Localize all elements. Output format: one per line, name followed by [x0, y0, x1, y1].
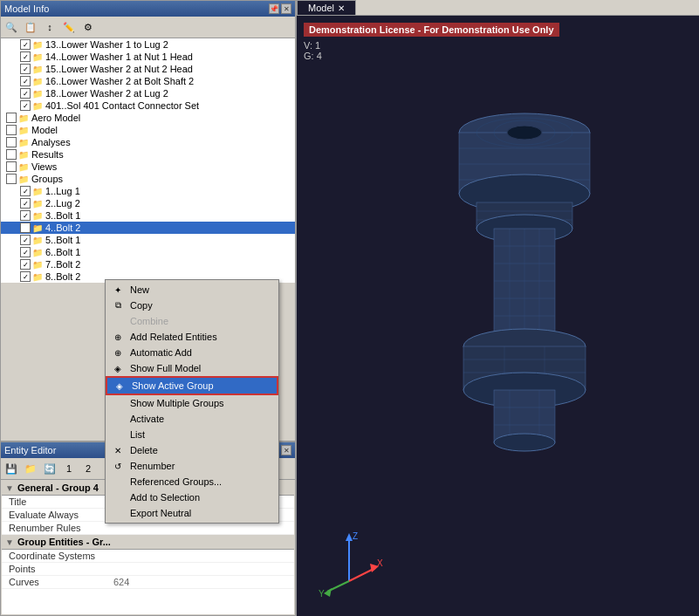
menu-item-activate[interactable]: Activate	[106, 411, 278, 427]
viewport-info: V: 1 G: 4	[304, 40, 322, 61]
entity-toolbar-btn-2[interactable]: 📁	[22, 460, 39, 477]
tree-item[interactable]: 📁Views	[1, 161, 295, 173]
tree-item[interactable]: 📁1..Lug 1	[1, 185, 295, 197]
tree-item-label: 401..Sol 401 Contact Connector Set	[45, 100, 199, 111]
menu-item-referencedGroups[interactable]: Referenced Groups...	[106, 474, 278, 489]
tree-item[interactable]: 📁Aero Model	[1, 112, 295, 124]
menu-item-label-showFull: Show Full Model	[130, 363, 201, 373]
entity-toolbar-btn-4[interactable]: 1	[60, 460, 78, 477]
tree-item[interactable]: 📁Groups	[1, 173, 295, 185]
tree-item-icon: 📁	[32, 248, 43, 257]
model-tree[interactable]: 📁13..Lower Washer 1 to Lug 2📁14..Lower W…	[1, 38, 295, 283]
tree-checkbox[interactable]	[20, 88, 31, 99]
tree-checkbox[interactable]	[20, 39, 31, 50]
tree-item[interactable]: 📁15..Lower Washer 2 at Nut 2 Head	[1, 63, 295, 75]
tree-checkbox[interactable]	[20, 210, 31, 221]
tree-item-icon: 📁	[32, 260, 43, 270]
tree-checkbox[interactable]	[6, 125, 17, 135]
toolbar-btn-5[interactable]: ⚙	[79, 18, 97, 36]
tree-checkbox[interactable]	[20, 259, 31, 270]
tree-checkbox[interactable]	[6, 174, 17, 184]
tree-checkbox[interactable]	[20, 100, 31, 111]
tree-item[interactable]: 📁3..Bolt 1	[1, 209, 295, 222]
entity-row-label: Coordinate Systems	[9, 551, 113, 561]
tree-item-label: Aero Model	[31, 113, 80, 123]
menu-item-list[interactable]: List	[106, 427, 278, 442]
close-button[interactable]: ✕	[281, 3, 291, 14]
entity-toolbar-btn-3[interactable]: 🔄	[41, 460, 58, 477]
tree-item[interactable]: 📁2..Lug 2	[1, 197, 295, 209]
svg-marker-44	[346, 533, 353, 541]
tree-item[interactable]: 📁4..Bolt 2	[1, 222, 295, 234]
tree-checkbox[interactable]	[6, 137, 17, 147]
toolbar-btn-1[interactable]: 🔍	[3, 18, 20, 36]
entity-editor-title: Entity Editor	[4, 445, 56, 455]
tree-item[interactable]: 📁18..Lower Washer 2 at Lug 2	[1, 87, 295, 99]
tree-item[interactable]: 📁7..Bolt 2	[1, 258, 295, 270]
toolbar-btn-4[interactable]: ✏️	[60, 18, 78, 36]
tree-item-icon: 📁	[32, 77, 43, 86]
menu-item-icon-new: ✦	[111, 283, 125, 297]
tree-item-label: 3..Bolt 1	[45, 210, 80, 221]
entity-toolbar-btn-1[interactable]: 💾	[3, 460, 20, 477]
menu-item-label-combine: Combine	[130, 316, 168, 326]
tree-checkbox[interactable]	[6, 161, 17, 172]
menu-item-automaticAdd[interactable]: ⊕Automatic Add	[106, 345, 278, 360]
tree-checkbox[interactable]	[20, 235, 31, 245]
menu-item-label-referencedGroups: Referenced Groups...	[130, 476, 222, 487]
menu-item-addToSelection[interactable]: Add to Selection	[106, 489, 278, 505]
menu-item-delete[interactable]: ✕Delete	[106, 442, 278, 458]
tree-item-icon: 📁	[32, 187, 43, 196]
tree-checkbox[interactable]	[20, 51, 31, 62]
svg-point-39	[494, 434, 555, 451]
menu-item-icon-addRelated: ⊕	[111, 330, 125, 344]
menu-item-exportNeutral[interactable]: Export Neutral	[106, 505, 278, 521]
tree-checkbox[interactable]	[20, 271, 31, 282]
menu-item-addRelated[interactable]: ⊕Add Related Entities	[106, 329, 278, 345]
tree-item[interactable]: 📁16..Lower Washer 2 at Bolt Shaft 2	[1, 75, 295, 87]
tree-item-label: 1..Lug 1	[45, 186, 80, 196]
entity-row: Curves624	[2, 576, 294, 589]
tree-checkbox[interactable]	[20, 247, 31, 257]
viewport-g: G: 4	[304, 51, 322, 61]
svg-point-40	[507, 126, 542, 140]
tree-item-label: 14..Lower Washer 1 at Nut 1 Head	[45, 51, 193, 62]
tree-item[interactable]: 📁6..Bolt 1	[1, 246, 295, 258]
tree-checkbox[interactable]	[6, 113, 17, 123]
model-tab-close[interactable]: ✕	[338, 3, 345, 13]
tree-item-label: 4..Bolt 2	[45, 222, 80, 233]
entity-toolbar-btn-5[interactable]: 2	[79, 460, 97, 477]
menu-item-showActive[interactable]: ◈Show Active Group	[106, 376, 278, 395]
tree-item[interactable]: 📁5..Bolt 1	[1, 234, 295, 246]
tree-item-icon: 📁	[32, 40, 43, 50]
menu-item-new[interactable]: ✦New	[106, 282, 278, 298]
entity-close-button[interactable]: ✕	[281, 445, 291, 455]
tree-item[interactable]: 📁13..Lower Washer 1 to Lug 2	[1, 38, 295, 51]
tree-checkbox[interactable]	[20, 76, 31, 86]
tree-checkbox[interactable]	[20, 186, 31, 196]
tree-item[interactable]: 📁Analyses	[1, 136, 295, 148]
entity-section-header: ▼Group Entities - Gr...	[2, 535, 294, 550]
tree-item-icon: 📁	[32, 199, 43, 209]
tree-item[interactable]: 📁401..Sol 401 Contact Connector Set	[1, 99, 295, 112]
tree-checkbox[interactable]	[6, 149, 17, 160]
model-tab[interactable]: Model ✕	[297, 0, 356, 15]
tree-item[interactable]: 📁14..Lower Washer 1 at Nut 1 Head	[1, 51, 295, 63]
tree-item-icon: 📁	[18, 162, 29, 172]
tree-checkbox[interactable]	[20, 222, 31, 233]
menu-item-renumber[interactable]: ↺Renumber	[106, 458, 278, 474]
tree-checkbox[interactable]	[20, 64, 31, 74]
tree-checkbox[interactable]	[20, 198, 31, 209]
menu-item-copy[interactable]: ⧉Copy	[106, 298, 278, 313]
toolbar-btn-3[interactable]: ↕	[41, 18, 58, 36]
toolbar-btn-2[interactable]: 📋	[22, 18, 39, 36]
tree-item[interactable]: 📁Model	[1, 124, 295, 136]
tree-item[interactable]: 📁Results	[1, 148, 295, 161]
menu-item-showFull[interactable]: ◈Show Full Model	[106, 360, 278, 376]
pin-button[interactable]: 📌	[269, 3, 279, 14]
menu-item-showMultiple[interactable]: Show Multiple Groups	[106, 395, 278, 411]
entity-row: Renumber Rules	[2, 522, 294, 535]
model-info-title: Model Info	[4, 3, 49, 14]
entity-row-label: Renumber Rules	[9, 523, 113, 533]
menu-item-label-list: List	[130, 429, 145, 440]
